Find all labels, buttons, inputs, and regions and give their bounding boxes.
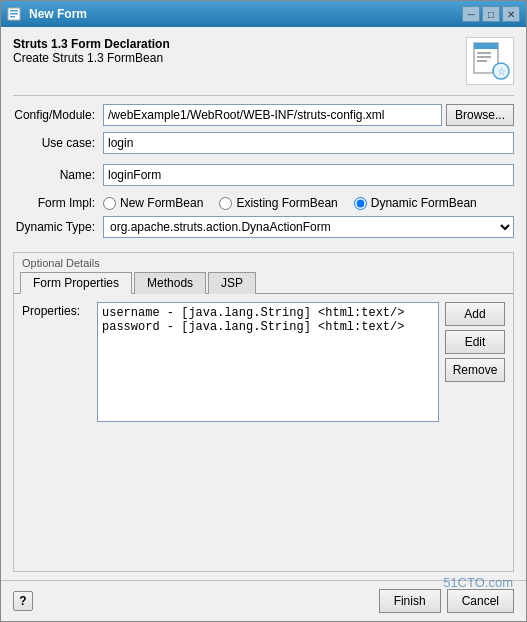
radio-existing-label: Existing FormBean <box>236 196 337 210</box>
tab-methods[interactable]: Methods <box>134 272 206 294</box>
tab-form-properties[interactable]: Form Properties <box>20 272 132 294</box>
header-title: Struts 1.3 Form Declaration <box>13 37 170 51</box>
header-text: Struts 1.3 Form Declaration Create Strut… <box>13 37 170 65</box>
header-divider <box>13 95 514 96</box>
properties-textarea[interactable]: username - [java.lang.String] <html:text… <box>97 302 439 422</box>
radio-new-formbean[interactable]: New FormBean <box>103 196 203 210</box>
finish-button[interactable]: Finish <box>379 589 441 613</box>
name-input[interactable] <box>103 164 514 186</box>
properties-label: Properties: <box>22 302 97 318</box>
add-button[interactable]: Add <box>445 302 505 326</box>
svg-rect-5 <box>474 43 498 49</box>
config-module-row: Config/Module: Browse... <box>13 104 514 126</box>
browse-button[interactable]: Browse... <box>446 104 514 126</box>
config-module-input[interactable] <box>103 104 442 126</box>
close-button[interactable]: ✕ <box>502 6 520 22</box>
config-module-label: Config/Module: <box>13 108 103 122</box>
title-buttons: ─ □ ✕ <box>462 6 520 22</box>
bottom-bar: ? Finish Cancel <box>1 580 526 621</box>
radio-existing-formbean[interactable]: Existing FormBean <box>219 196 337 210</box>
svg-rect-8 <box>477 60 487 62</box>
header-icon: ☆ <box>466 37 514 85</box>
cancel-button[interactable]: Cancel <box>447 589 514 613</box>
use-case-input[interactable] <box>103 132 514 154</box>
header-section: Struts 1.3 Form Declaration Create Strut… <box>13 37 514 85</box>
new-form-window: New Form ─ □ ✕ Struts 1.3 Form Declarati… <box>0 0 527 622</box>
svg-rect-7 <box>477 56 491 58</box>
form-impl-label: Form Impl: <box>13 196 103 210</box>
tab-content-properties: Properties: username - [java.lang.String… <box>14 294 513 571</box>
use-case-label: Use case: <box>13 136 103 150</box>
svg-text:☆: ☆ <box>497 66 506 77</box>
radio-new-input[interactable] <box>103 197 116 210</box>
dynamic-type-select[interactable]: org.apache.struts.action.DynaActionForm <box>103 216 514 238</box>
radio-new-label: New FormBean <box>120 196 203 210</box>
radio-dynamic-formbean[interactable]: Dynamic FormBean <box>354 196 477 210</box>
maximize-button[interactable]: □ <box>482 6 500 22</box>
form-impl-row: Form Impl: New FormBean Existing FormBea… <box>13 196 514 210</box>
name-row: Name: <box>13 164 514 186</box>
edit-button[interactable]: Edit <box>445 330 505 354</box>
window-icon <box>7 6 23 22</box>
main-content: Struts 1.3 Form Declaration Create Strut… <box>1 27 526 580</box>
svg-rect-2 <box>10 13 18 15</box>
form-icon-svg: ☆ <box>470 41 510 81</box>
properties-buttons: Add Edit Remove <box>445 302 505 382</box>
dynamic-type-select-wrapper: org.apache.struts.action.DynaActionForm <box>103 216 514 238</box>
remove-button[interactable]: Remove <box>445 358 505 382</box>
title-bar: New Form ─ □ ✕ <box>1 1 526 27</box>
header-subtitle: Create Struts 1.3 FormBean <box>13 51 170 65</box>
window-title: New Form <box>29 7 87 21</box>
svg-rect-1 <box>10 10 18 12</box>
optional-label: Optional Details <box>14 253 513 271</box>
bottom-right: Finish Cancel <box>379 589 514 613</box>
help-button[interactable]: ? <box>13 591 33 611</box>
title-bar-left: New Form <box>7 6 87 22</box>
radio-existing-input[interactable] <box>219 197 232 210</box>
minimize-button[interactable]: ─ <box>462 6 480 22</box>
tabs-bar: Form Properties Methods JSP <box>14 271 513 294</box>
svg-rect-3 <box>10 16 15 18</box>
bottom-left: ? <box>13 591 33 611</box>
properties-row: Properties: username - [java.lang.String… <box>22 302 505 563</box>
svg-rect-6 <box>477 52 491 54</box>
name-label: Name: <box>13 168 103 182</box>
radio-dynamic-label: Dynamic FormBean <box>371 196 477 210</box>
radio-dynamic-input[interactable] <box>354 197 367 210</box>
dynamic-type-label: Dynamic Type: <box>13 220 103 234</box>
tab-jsp[interactable]: JSP <box>208 272 256 294</box>
dynamic-type-row: Dynamic Type: org.apache.struts.action.D… <box>13 216 514 238</box>
use-case-row: Use case: <box>13 132 514 154</box>
radio-group: New FormBean Existing FormBean Dynamic F… <box>103 196 477 210</box>
optional-section: Optional Details Form Properties Methods… <box>13 252 514 572</box>
